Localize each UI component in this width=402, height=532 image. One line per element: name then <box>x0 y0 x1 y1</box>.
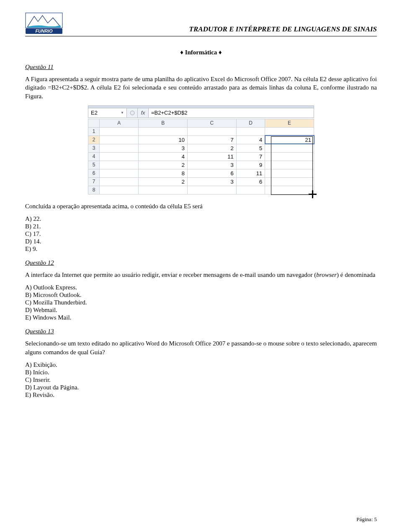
cell[interactable]: 9 <box>236 161 265 169</box>
question-11-text-1: A Figura apresentada a seguir mostra par… <box>25 75 377 100</box>
cell[interactable] <box>265 152 314 161</box>
cell[interactable] <box>236 127 265 136</box>
option-d: D) Layout da Página. <box>25 384 377 391</box>
option-d: D) 14. <box>25 238 377 245</box>
q12-text-b: ) é denominada <box>337 271 375 278</box>
cell[interactable]: 5 <box>236 144 265 152</box>
row-header[interactable]: 6 <box>88 169 100 177</box>
header-title: TRADUTOR E INTÉRPRETE DE LINGUAGENS DE S… <box>63 25 377 34</box>
cell[interactable] <box>100 127 139 136</box>
cell[interactable]: 2 <box>139 161 188 169</box>
fill-handle-icon[interactable] <box>308 190 317 199</box>
select-all-corner[interactable] <box>88 119 100 127</box>
logo-text: FUNRIO <box>35 28 53 33</box>
cell[interactable] <box>139 127 188 136</box>
cell[interactable] <box>100 186 139 194</box>
question-12-text: A interface da Internet que permite ao u… <box>25 271 377 279</box>
cell[interactable] <box>100 161 139 169</box>
col-header-e[interactable]: E <box>265 119 314 127</box>
option-c: C) Mozilla Thunderbird. <box>25 299 377 306</box>
cell[interactable]: 6 <box>236 177 265 186</box>
excel-grid: A B C D E 1 2 10 7 4 21 <box>88 119 314 194</box>
fx-icon[interactable]: fx <box>138 108 149 118</box>
cell[interactable]: 11 <box>236 169 265 177</box>
cell[interactable] <box>265 169 314 177</box>
cell[interactable] <box>100 152 139 161</box>
cell[interactable]: 10 <box>139 136 188 144</box>
table-row: 4 4 11 7 <box>88 152 314 161</box>
table-row: 5 2 3 9 <box>88 161 314 169</box>
cell[interactable] <box>188 127 237 136</box>
option-b: B) Início. <box>25 369 377 376</box>
table-row: 1 <box>88 127 314 136</box>
mountain-logo-icon: FUNRIO <box>25 13 63 34</box>
table-row: 7 2 3 6 <box>88 177 314 186</box>
cell[interactable] <box>188 186 237 194</box>
option-d: D) Webmail. <box>25 307 377 314</box>
cell[interactable] <box>236 186 265 194</box>
cell[interactable] <box>139 186 188 194</box>
cell[interactable]: 8 <box>139 169 188 177</box>
cell[interactable] <box>265 161 314 169</box>
option-e: E) 9. <box>25 246 377 253</box>
cell[interactable]: 4 <box>236 136 265 144</box>
cell[interactable] <box>265 144 314 152</box>
question-12-options: A) Outlook Express. B) Microsoft Outlook… <box>25 284 377 321</box>
cell[interactable]: 3 <box>188 177 237 186</box>
cell-e2-selected[interactable]: 21 <box>265 136 314 144</box>
cell[interactable]: 7 <box>236 152 265 161</box>
row-header[interactable]: 5 <box>88 161 100 169</box>
name-box[interactable]: E2 ▼ <box>88 108 127 118</box>
table-row: 8 <box>88 186 314 194</box>
section-title: ♦ Informática ♦ <box>25 49 377 56</box>
option-c: C) 17. <box>25 230 377 238</box>
cell[interactable]: 2 <box>188 144 237 152</box>
cell[interactable] <box>100 144 139 152</box>
cancel-icon[interactable] <box>127 108 138 118</box>
name-box-value: E2 <box>91 110 98 116</box>
cell[interactable]: 2 <box>139 177 188 186</box>
cell[interactable]: 7 <box>188 136 237 144</box>
col-header-c[interactable]: C <box>188 119 237 127</box>
cell[interactable] <box>265 127 314 136</box>
cell[interactable]: 3 <box>188 161 237 169</box>
q12-text-italic: browser <box>316 271 337 278</box>
row-header[interactable]: 1 <box>88 127 100 136</box>
row-header[interactable]: 7 <box>88 177 100 186</box>
cell[interactable] <box>100 136 139 144</box>
svg-rect-0 <box>26 13 62 28</box>
option-a: A) 22. <box>25 215 377 223</box>
cell[interactable]: 4 <box>139 152 188 161</box>
cell[interactable] <box>100 177 139 186</box>
cell[interactable] <box>100 169 139 177</box>
logo: FUNRIO <box>25 13 63 34</box>
col-header-a[interactable]: A <box>100 119 139 127</box>
col-header-d[interactable]: D <box>236 119 265 127</box>
row-header[interactable]: 3 <box>88 144 100 152</box>
excel-screenshot: E2 ▼ fx =B2+C2+$D$2 A B C D E 1 <box>88 105 314 194</box>
dropdown-icon[interactable]: ▼ <box>121 111 124 115</box>
cell[interactable] <box>265 186 314 194</box>
column-header-row: A B C D E <box>88 119 314 127</box>
page-header: FUNRIO TRADUTOR E INTÉRPRETE DE LINGUAGE… <box>25 13 377 36</box>
option-a: A) Outlook Express. <box>25 284 377 291</box>
option-a: A) Exibição. <box>25 361 377 368</box>
row-header[interactable]: 2 <box>88 136 100 144</box>
formula-text: =B2+C2+$D$2 <box>151 110 187 116</box>
row-header[interactable]: 8 <box>88 186 100 194</box>
question-11-options: A) 22. B) 21. C) 17. D) 14. E) 9. <box>25 215 377 253</box>
cell[interactable]: 6 <box>188 169 237 177</box>
option-e: E) Revisão. <box>25 391 377 399</box>
row-header[interactable]: 4 <box>88 152 100 161</box>
svg-point-2 <box>130 111 134 115</box>
excel-formula-bar: E2 ▼ fx =B2+C2+$D$2 <box>88 108 314 118</box>
formula-input[interactable]: =B2+C2+$D$2 <box>149 108 314 118</box>
cell[interactable] <box>265 177 314 186</box>
cell[interactable]: 3 <box>139 144 188 152</box>
question-11-label: Questão 11 <box>25 64 377 71</box>
question-13-label: Questão 13 <box>25 328 377 335</box>
table-row: 2 10 7 4 21 <box>88 136 314 144</box>
plus-cursor-icon <box>308 190 317 199</box>
col-header-b[interactable]: B <box>139 119 188 127</box>
cell[interactable]: 11 <box>188 152 237 161</box>
